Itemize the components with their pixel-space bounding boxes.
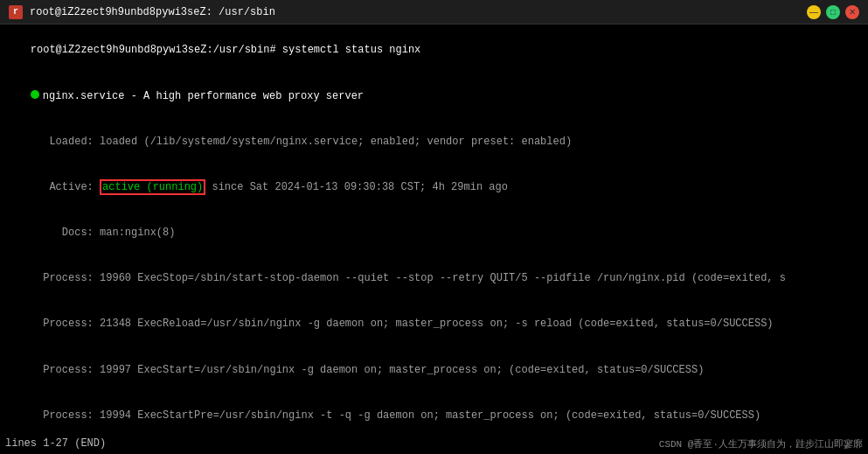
loaded-line: Loaded: loaded (/lib/systemd/system/ngin… bbox=[5, 119, 863, 164]
terminal[interactable]: root@iZ2zect9h9unbd8pywi3seZ:/usr/sbin# … bbox=[0, 24, 868, 454]
process-line-4: Process: 19994 ExecStartPre=/usr/sbin/ng… bbox=[5, 393, 863, 438]
titlebar-controls: — □ ✕ bbox=[807, 5, 859, 19]
active-status-text: active (running) bbox=[102, 181, 203, 193]
titlebar-left: r root@iZ2zect9h9unbd8pywi3seZ: /usr/sbi… bbox=[9, 5, 275, 19]
active-prefix: Active: bbox=[31, 181, 100, 193]
prompt-text: root@iZ2zect9h9unbd8pywi3seZ:/usr/sbin# bbox=[31, 44, 282, 56]
maximize-button[interactable]: □ bbox=[826, 5, 840, 19]
close-button[interactable]: ✕ bbox=[845, 5, 859, 19]
status-dot bbox=[31, 90, 39, 99]
active-line: Active: active (running) since Sat 2024-… bbox=[5, 165, 863, 211]
terminal-icon: r bbox=[9, 5, 23, 19]
titlebar: r root@iZ2zect9h9unbd8pywi3seZ: /usr/sbi… bbox=[0, 0, 868, 24]
docs-line: Docs: man:nginx(8) bbox=[5, 211, 863, 256]
minimize-button[interactable]: — bbox=[807, 5, 821, 19]
loaded-label: Loaded: loaded (/lib/systemd/system/ngin… bbox=[31, 136, 572, 148]
service-name: nginx.service - A high performance web p… bbox=[43, 90, 364, 102]
active-status-box: active (running) bbox=[100, 179, 205, 195]
process-line-3: Process: 19997 ExecStart=/usr/sbin/nginx… bbox=[5, 347, 863, 393]
active-since: since Sat 2024-01-13 09:30:38 CST; 4h 29… bbox=[205, 181, 508, 193]
process-line-2: Process: 21348 ExecReload=/usr/sbin/ngin… bbox=[5, 302, 863, 347]
docs-text: Docs: man:nginx(8) bbox=[31, 227, 176, 239]
process-line-1: Process: 19960 ExecStop=/sbin/start-stop… bbox=[5, 256, 863, 302]
bottom-bar: lines 1-27 (END) CSDN @香至·人生万事须自为，跬步江山即寥… bbox=[0, 437, 868, 451]
titlebar-title: root@iZ2zect9h9unbd8pywi3seZ: /usr/sbin bbox=[30, 6, 275, 18]
prompt-line: root@iZ2zect9h9unbd8pywi3seZ:/usr/sbin# … bbox=[5, 28, 863, 73]
command-text: systemctl status nginx bbox=[282, 44, 420, 56]
line-info: lines 1-27 (END) bbox=[5, 437, 106, 451]
service-title-line: nginx.service - A high performance web p… bbox=[5, 73, 863, 119]
watermark: CSDN @香至·人生万事须自为，跬步江山即寥廓 bbox=[659, 437, 863, 451]
